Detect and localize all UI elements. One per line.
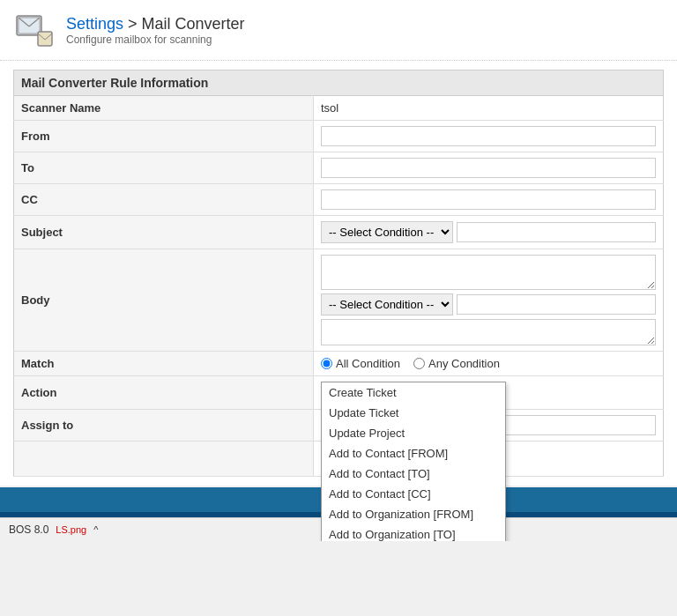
- body-textarea-bottom[interactable]: [321, 319, 656, 345]
- match-all-label: All Condition: [336, 357, 400, 370]
- body-inner: -- Select Condition -- Contains Does Not…: [321, 255, 656, 345]
- body-row: Body -- Select Condition -- Contains Doe…: [14, 249, 664, 352]
- to-row: To: [14, 152, 664, 184]
- footer-file: LS.png: [56, 524, 86, 535]
- from-label: From: [14, 121, 314, 152]
- scanner-name-label: Scanner Name: [14, 96, 314, 121]
- match-label: Match: [14, 352, 314, 376]
- body-condition-select[interactable]: -- Select Condition -- Contains Does Not…: [321, 293, 453, 315]
- to-cell: [314, 152, 664, 184]
- to-input[interactable]: [321, 158, 656, 178]
- dropdown-option-update-ticket[interactable]: Update Ticket: [322, 403, 505, 423]
- cc-input[interactable]: [321, 189, 656, 210]
- action-row: Action Create Ticket Update Ticket Updat…: [14, 376, 664, 410]
- settings-icon: [13, 9, 56, 51]
- section-title: Mail Converter Rule Information: [13, 70, 664, 95]
- header-subtitle: Configure mailbox for scanning: [66, 33, 245, 46]
- body-label: Body: [14, 249, 314, 352]
- to-label: To: [14, 152, 314, 184]
- dropdown-option-add-contact-to[interactable]: Add to Contact [TO]: [322, 464, 505, 484]
- action-dropdown-container: Create Ticket Update Ticket Update Proje…: [321, 382, 656, 404]
- chevron-up-icon[interactable]: ^: [93, 524, 98, 535]
- match-all-option[interactable]: All Condition: [321, 357, 400, 370]
- from-cell: [314, 121, 664, 152]
- scanner-name-value: tsol: [314, 96, 664, 121]
- match-cell: All Condition Any Condition: [314, 352, 664, 376]
- form-table: Scanner Name tsol From To CC Subject: [13, 95, 664, 477]
- dropdown-option-update-project[interactable]: Update Project: [322, 423, 505, 443]
- settings-link[interactable]: Settings: [66, 15, 123, 33]
- buttons-label-cell: [14, 442, 314, 477]
- match-all-radio[interactable]: [321, 358, 332, 369]
- body-textarea-top[interactable]: [321, 255, 656, 290]
- match-any-label: Any Condition: [428, 357, 500, 370]
- body-text-input[interactable]: [457, 294, 656, 315]
- subject-text-input[interactable]: [457, 222, 656, 242]
- from-row: From: [14, 121, 664, 152]
- dropdown-option-add-contact-cc[interactable]: Add to Contact [CC]: [322, 484, 505, 504]
- subject-label: Subject: [14, 216, 314, 249]
- svg-rect-4: [38, 32, 52, 46]
- dropdown-option-add-org-from[interactable]: Add to Organization [FROM]: [322, 504, 505, 524]
- action-cell: Create Ticket Update Ticket Update Proje…: [314, 376, 664, 410]
- cc-cell: [314, 184, 664, 216]
- page-header: Settings > Mail Converter Configure mail…: [0, 0, 677, 61]
- match-row: Match All Condition Any Condition: [14, 352, 664, 376]
- match-radio-group: All Condition Any Condition: [321, 357, 656, 370]
- version-label: BOS 8.0: [9, 523, 48, 536]
- cc-row: CC: [14, 184, 664, 216]
- assign-to-label: Assign to: [14, 410, 314, 442]
- match-any-option[interactable]: Any Condition: [413, 357, 500, 370]
- cc-label: CC: [14, 184, 314, 216]
- subject-row: Subject -- Select Condition -- Contains …: [14, 216, 664, 249]
- subject-cell: -- Select Condition -- Contains Does Not…: [314, 216, 663, 249]
- match-any-radio[interactable]: [413, 358, 425, 369]
- scanner-name-row: Scanner Name tsol: [14, 96, 664, 121]
- main-content: Mail Converter Rule Information Scanner …: [0, 61, 677, 486]
- page-title: Settings > Mail Converter: [66, 15, 245, 33]
- dropdown-option-add-org-to[interactable]: Add to Organization [TO]: [322, 524, 505, 541]
- action-label: Action: [14, 376, 314, 410]
- header-text: Settings > Mail Converter Configure mail…: [66, 15, 245, 46]
- dropdown-option-add-contact-from[interactable]: Add to Contact [FROM]: [322, 443, 505, 464]
- dropdown-option-create-ticket[interactable]: Create Ticket: [322, 382, 505, 403]
- body-cell: -- Select Condition -- Contains Does Not…: [314, 249, 664, 352]
- subject-condition-select[interactable]: -- Select Condition -- Contains Does Not…: [321, 221, 453, 243]
- from-input[interactable]: [321, 126, 656, 146]
- action-dropdown-list: Create Ticket Update Ticket Update Proje…: [321, 382, 506, 541]
